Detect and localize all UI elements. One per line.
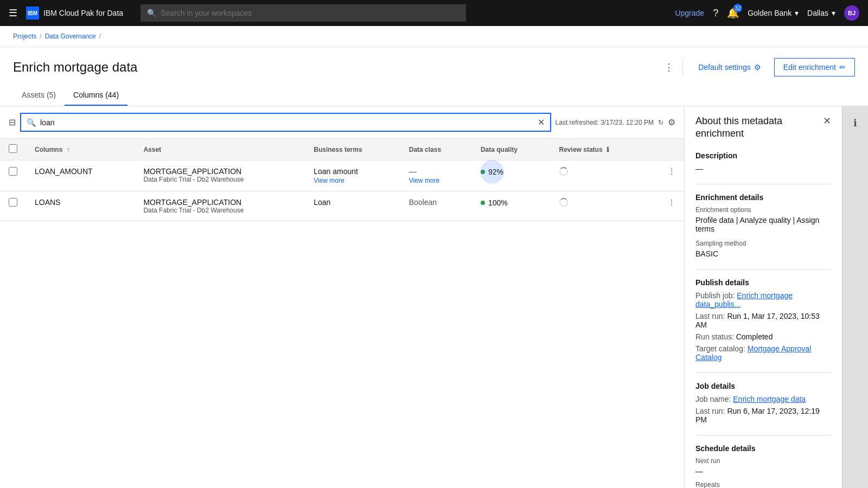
app-title: IBM Cloud Pak for Data [43, 9, 123, 17]
sort-icon[interactable]: ↑ [67, 146, 70, 153]
row1-checkbox[interactable] [9, 167, 17, 176]
review-spinner-icon [559, 198, 568, 207]
job-details-label: Job details [695, 382, 831, 390]
col-header-review-status: Review status ℹ [551, 139, 648, 160]
content-toolbar: ⊟ 🔍 ✕ Last refreshed: 3/17/23, 12:20 PM … [0, 106, 684, 139]
run-status-row: Run status: Completed [695, 332, 831, 341]
account-chevron-icon: ▾ [795, 9, 799, 17]
sampling-method-label: Sampling method [695, 240, 831, 247]
help-icon[interactable]: ? [713, 8, 718, 19]
col-header-business-terms: Business terms [305, 139, 400, 160]
hamburger-menu-icon[interactable]: ☰ [9, 7, 17, 19]
panel-divider-2 [695, 269, 831, 269]
row2-data-class: Boolean [400, 191, 472, 221]
job-last-run-label: Last run: [695, 407, 725, 415]
schedule-details-label: Schedule details [695, 444, 831, 453]
region-switcher[interactable]: Dallas ▾ [807, 9, 835, 17]
region-chevron-icon: ▾ [832, 9, 835, 17]
job-name-label: Job name: [695, 395, 731, 403]
next-run-label: Next run [695, 457, 831, 465]
last-run-row: Last run: Run 1, Mar 17, 2023, 10:53 AM [695, 312, 831, 329]
job-name-link[interactable]: Enrich mortgage data [733, 395, 806, 403]
row1-view-more-data-class[interactable]: View more [409, 177, 463, 184]
tab-columns[interactable]: Columns (44) [65, 85, 127, 106]
page-header: Enrich mortgage data ⋮ Default settings … [0, 47, 868, 106]
col-header-actions [648, 139, 684, 160]
next-run-value: — [695, 467, 831, 476]
quality-dot-icon [481, 201, 485, 205]
column-search-input[interactable] [40, 118, 533, 127]
row1-data-quality: 92% [472, 160, 551, 191]
row2-checkbox-cell[interactable] [0, 191, 26, 221]
panel-schedule-section: Schedule details Next run — Repeats — [695, 444, 831, 488]
edit-enrichment-button[interactable]: Edit enrichment ✏ [774, 58, 855, 76]
table-row: LOANS MORTGAGE_APPLICATION Data Fabric T… [0, 191, 684, 221]
table-row: LOAN_AMOUNT MORTGAGE_APPLICATION Data Fa… [0, 160, 684, 191]
panel-description-section: Description — [695, 151, 831, 173]
row1-quality-badge[interactable]: 92% [481, 168, 503, 176]
panel-close-icon[interactable]: ✕ [823, 115, 831, 127]
row1-col-name: LOAN_AMOUNT [26, 160, 135, 191]
row1-view-more-business-terms[interactable]: View more [314, 177, 392, 184]
row1-data-class: — View more [400, 160, 472, 191]
right-panel: About this metadata enrichment ✕ Descrip… [685, 106, 842, 488]
row2-data-quality: 100% [472, 191, 551, 221]
upgrade-button[interactable]: Upgrade [675, 9, 704, 17]
target-catalog-label: Target catalog: [695, 344, 745, 353]
refresh-icon[interactable]: ↻ [658, 119, 663, 126]
breadcrumb-projects[interactable]: Projects [13, 33, 36, 40]
breadcrumb-data-governance[interactable]: Data Governance [45, 33, 96, 40]
sampling-method-value: BASIC [695, 249, 831, 258]
search-icon: 🔍 [147, 9, 156, 17]
row1-review-status [551, 160, 648, 191]
notification-badge: 32 [733, 4, 742, 12]
row2-row-actions[interactable]: ⋮ [648, 191, 684, 221]
row1-asset: MORTGAGE_APPLICATION Data Fabric Trial -… [135, 160, 305, 191]
global-search[interactable]: 🔍 [141, 4, 466, 22]
search-bar[interactable]: 🔍 ✕ [20, 113, 551, 132]
row1-row-actions[interactable]: ⋮ [648, 160, 684, 191]
panel-header: About this metadata enrichment ✕ [695, 115, 831, 140]
description-value: — [695, 164, 831, 173]
panel-divider-4 [695, 435, 831, 435]
info-panel-icon[interactable]: ℹ [849, 113, 861, 133]
search-clear-icon[interactable]: ✕ [538, 117, 545, 127]
last-run-label: Last run: [695, 312, 725, 320]
column-settings-icon[interactable]: ⚙ [668, 117, 675, 127]
filter-icon[interactable]: ⊟ [9, 117, 16, 127]
topnav-right: Upgrade ? 🔔 32 Golden Bank ▾ Dallas ▾ BJ [675, 5, 859, 21]
review-status-info-icon[interactable]: ℹ [607, 146, 609, 153]
avatar[interactable]: BJ [844, 5, 859, 21]
panel-enrichment-section: Enrichment details Enrichment options Pr… [695, 193, 831, 258]
default-settings-button[interactable]: Default settings ⚙ [692, 59, 768, 76]
columns-table: Columns ↑ Asset Business terms Data clas… [0, 139, 684, 221]
enrichment-options-label: Enrichment options [695, 206, 831, 214]
row2-quality-badge[interactable]: 100% [481, 198, 508, 207]
publish-details-label: Publish details [695, 278, 831, 287]
select-all-checkbox[interactable] [9, 144, 17, 153]
row1-checkbox-cell[interactable] [0, 160, 26, 191]
enrichment-options-value: Profile data | Analyze quality | Assign … [695, 216, 831, 233]
search-input[interactable] [161, 9, 459, 17]
more-options-icon[interactable]: ⋮ [664, 61, 674, 73]
job-last-run-row: Last run: Run 6, Mar 17, 2023, 12:19 PM [695, 407, 831, 424]
review-spinner-icon [559, 167, 568, 176]
col-header-asset: Asset [135, 139, 305, 160]
row1-business-terms: Loan amount View more [305, 160, 400, 191]
account-switcher[interactable]: Golden Bank ▾ [748, 9, 799, 17]
enrichment-details-label: Enrichment details [695, 193, 831, 202]
default-settings-label: Default settings [698, 63, 751, 72]
col-header-data-quality: Data quality [472, 139, 551, 160]
refresh-info: Last refreshed: 3/17/23, 12:20 PM ↻ [556, 119, 663, 126]
notifications-icon[interactable]: 🔔 32 [727, 7, 739, 19]
edit-icon: ✏ [839, 63, 846, 72]
select-all-header[interactable] [0, 139, 26, 160]
repeats-label: Repeats [695, 481, 831, 488]
row2-checkbox[interactable] [9, 198, 17, 207]
account-name: Golden Bank [748, 9, 792, 17]
tab-assets[interactable]: Assets (5) [13, 85, 65, 106]
main-layout: ⊟ 🔍 ✕ Last refreshed: 3/17/23, 12:20 PM … [0, 106, 868, 488]
publish-job-label: Publish job: [695, 291, 735, 300]
col-header-data-class: Data class [400, 139, 472, 160]
breadcrumb-sep-2: / [99, 33, 101, 40]
